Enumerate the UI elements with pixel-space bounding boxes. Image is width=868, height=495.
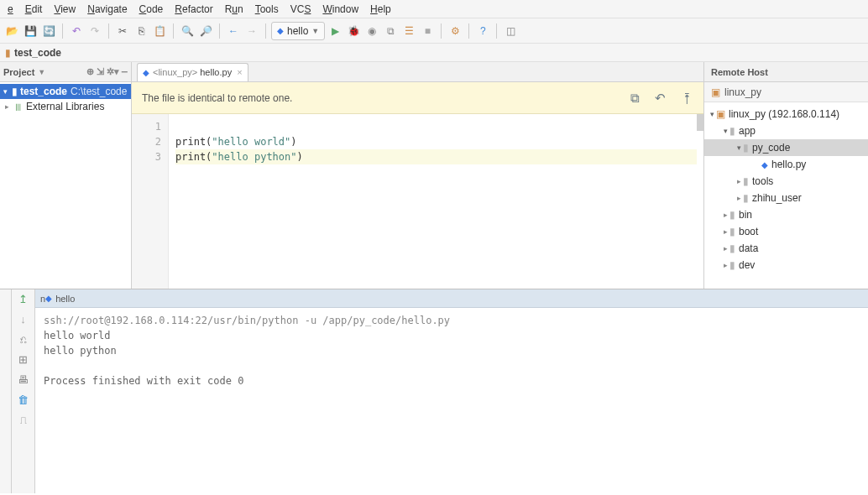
- sync-icon[interactable]: 🔄: [40, 23, 57, 39]
- plugin-icon[interactable]: ◫: [502, 23, 519, 39]
- project-tree[interactable]: ▾ ▮ test_code C:\test_code ▸ ⫼ External …: [0, 82, 131, 289]
- upload-icon[interactable]: ⭱: [681, 91, 693, 106]
- remote-tree-label: tools: [752, 175, 773, 187]
- separator: [496, 23, 497, 39]
- concurrency-icon[interactable]: ☰: [400, 23, 417, 39]
- python-icon: ◆: [45, 294, 52, 303]
- hide-icon[interactable]: ⎼: [122, 66, 128, 77]
- cut-icon[interactable]: ✂: [114, 23, 131, 39]
- target-icon[interactable]: ⊕: [86, 66, 94, 77]
- profile-icon[interactable]: ⧉: [382, 23, 399, 39]
- chevron-right-icon[interactable]: ▸: [5, 102, 13, 111]
- console-vertical-tab[interactable]: [0, 289, 12, 493]
- chevron-right-icon[interactable]: ▸: [735, 177, 743, 185]
- editor-tab[interactable]: ◆ <linux_py> hello.py ×: [137, 63, 248, 81]
- pause-icon[interactable]: ⎌: [20, 333, 27, 346]
- remote-tree-row[interactable]: ▾▣linux_py (192.168.0.114): [704, 106, 868, 122]
- chevron-down-icon[interactable]: ▾: [735, 143, 743, 152]
- open-icon[interactable]: 📂: [3, 23, 20, 39]
- main-toolbar: 📂 💾 🔄 ↶ ↷ ✂ ⎘ 📋 🔍 🔎 ← → ◆ hello ▼ ▶ 🐞 ◉ …: [0, 18, 868, 44]
- layout-icon[interactable]: ⊞: [18, 353, 28, 366]
- replace-icon[interactable]: 🔎: [197, 23, 214, 39]
- copy-icon[interactable]: ⎘: [133, 23, 149, 39]
- remote-tree-row[interactable]: ▸▮boot: [704, 223, 868, 240]
- remote-tree-row[interactable]: ▾▮app: [704, 122, 868, 139]
- code-area[interactable]: print("hello world")print("hello python"…: [169, 114, 703, 289]
- paste-icon[interactable]: 📋: [151, 23, 168, 39]
- run-config-selector[interactable]: ◆ hello ▼: [271, 22, 325, 40]
- breadcrumb[interactable]: test_code: [14, 47, 61, 59]
- settings-icon[interactable]: ⎍: [20, 414, 27, 426]
- chevron-right-icon[interactable]: ▸: [721, 227, 729, 236]
- compare-icon[interactable]: ⧉: [630, 91, 640, 106]
- trash-icon[interactable]: 🗑: [18, 393, 29, 406]
- close-icon[interactable]: ×: [237, 67, 242, 77]
- remote-tree-row[interactable]: ▸▮zhihu_user: [704, 190, 868, 206]
- python-icon: ◆: [761, 160, 768, 169]
- chevron-down-icon[interactable]: ▼: [38, 68, 45, 76]
- server-icon: ▣: [711, 86, 720, 98]
- remote-tree-row[interactable]: ▸▮dev: [704, 257, 868, 274]
- chevron-right-icon[interactable]: ▸: [721, 244, 729, 253]
- debug-icon[interactable]: 🐞: [345, 23, 362, 39]
- back-icon[interactable]: ←: [225, 23, 242, 39]
- menu-bar: e Edit View Navigate Code Refactor Run T…: [0, 0, 868, 18]
- menu-code[interactable]: Code: [133, 2, 170, 17]
- external-libraries-row[interactable]: ▸ ⫼ External Libraries: [0, 99, 131, 114]
- remote-tree-label: app: [739, 125, 756, 137]
- remote-tree-row[interactable]: ◆hello.py: [704, 156, 868, 173]
- menu-vcs[interactable]: VCS: [285, 2, 317, 17]
- menu-tools[interactable]: Tools: [249, 2, 285, 17]
- chevron-right-icon[interactable]: ▸: [735, 194, 743, 202]
- editor-area[interactable]: 123 print("hello world")print("hello pyt…: [132, 114, 703, 289]
- chevron-down-icon[interactable]: ▾: [3, 87, 12, 96]
- menu-help[interactable]: Help: [364, 2, 397, 17]
- print-icon[interactable]: 🖶: [18, 373, 29, 386]
- project-root-row[interactable]: ▾ ▮ test_code C:\test_code: [0, 84, 131, 99]
- menu-edit[interactable]: Edit: [19, 2, 49, 17]
- help-icon[interactable]: ?: [474, 23, 491, 39]
- remote-tree-row[interactable]: ▸▮tools: [704, 173, 868, 190]
- rerun-icon[interactable]: ↥: [18, 293, 28, 305]
- remote-tree-label: data: [739, 242, 758, 254]
- find-icon[interactable]: 🔍: [179, 23, 196, 39]
- folder-icon: ▮: [12, 86, 18, 97]
- library-icon: ⫼: [13, 101, 24, 112]
- menu-run[interactable]: Run: [219, 2, 249, 17]
- stop-icon[interactable]: ↓: [20, 313, 26, 326]
- code-line[interactable]: [175, 119, 703, 134]
- redo-icon[interactable]: ↷: [86, 23, 103, 39]
- menu-window[interactable]: Window: [316, 2, 364, 17]
- chevron-down-icon[interactable]: ▾: [708, 110, 716, 118]
- folder-icon: ▮: [729, 226, 735, 237]
- remote-tree-row[interactable]: ▾▮py_code: [704, 139, 868, 156]
- gear-icon[interactable]: ✲▾: [107, 66, 119, 77]
- editor-panel: ◆ <linux_py> hello.py × The file is iden…: [132, 62, 703, 289]
- coverage-icon[interactable]: ◉: [363, 23, 380, 39]
- forward-icon[interactable]: →: [243, 23, 260, 39]
- remote-tree[interactable]: ▾▣linux_py (192.168.0.114)▾▮app▾▮py_code…: [704, 102, 868, 289]
- console-output[interactable]: ssh://root@192.168.0.114:22/usr/bin/pyth…: [35, 308, 868, 493]
- menu-file[interactable]: e: [2, 2, 19, 17]
- menu-view[interactable]: View: [48, 2, 81, 17]
- console-tab-head[interactable]: n ◆ hello: [35, 289, 868, 308]
- remote-tree-row[interactable]: ▸▮data: [704, 240, 868, 257]
- remote-tree-row[interactable]: ▸▮bin: [704, 206, 868, 223]
- undo-icon[interactable]: ↶: [68, 23, 85, 39]
- chevron-down-icon: ▼: [311, 27, 319, 35]
- menu-refactor[interactable]: Refactor: [169, 2, 218, 17]
- run-icon[interactable]: ▶: [327, 23, 343, 39]
- structure-icon[interactable]: ⚙: [447, 23, 463, 39]
- code-line[interactable]: print("hello world"): [175, 134, 703, 149]
- chevron-right-icon[interactable]: ▸: [721, 211, 729, 219]
- revert-icon[interactable]: ↶: [655, 91, 666, 106]
- stop-icon[interactable]: ■: [419, 23, 436, 39]
- collapse-icon[interactable]: ⇲: [97, 66, 104, 77]
- menu-navigate[interactable]: Navigate: [81, 2, 133, 17]
- chevron-right-icon[interactable]: ▸: [721, 261, 729, 269]
- code-line[interactable]: print("hello python"): [175, 149, 697, 164]
- chevron-down-icon[interactable]: ▾: [721, 127, 729, 135]
- remote-host-selector[interactable]: ▣ linux_py: [704, 82, 868, 102]
- save-icon[interactable]: 💾: [22, 23, 39, 39]
- remote-host-name: linux_py: [724, 86, 761, 98]
